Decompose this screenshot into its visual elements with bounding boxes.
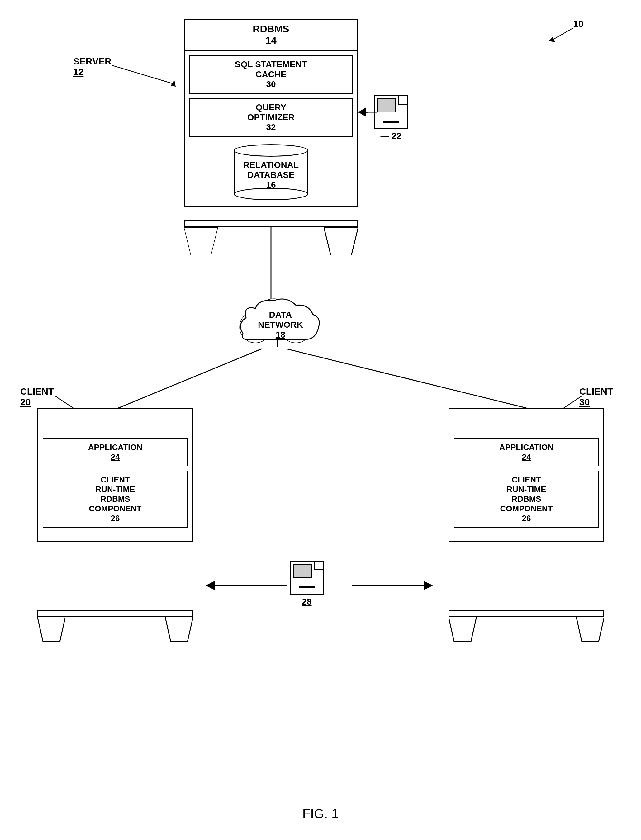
data-network: DATA NETWORK 18 xyxy=(230,293,324,350)
db-label: RELATIONAL DATABASE 16 xyxy=(243,154,299,190)
client-right-box: APPLICATION 24 CLIENT RUN-TIME RDBMS COM… xyxy=(449,408,604,542)
svg-marker-17 xyxy=(324,227,358,255)
query-optimizer-box: QUERY OPTIMIZER 32 xyxy=(189,98,353,137)
database-cylinder: RELATIONAL DATABASE 16 xyxy=(185,141,357,206)
client-left-app-box: APPLICATION 24 xyxy=(43,438,188,466)
floppy-right-arrow xyxy=(358,106,377,118)
floppy-bottom: 28 xyxy=(290,561,324,607)
ref10-arrow xyxy=(542,25,579,43)
sql-cache-box: SQL STATEMENT CACHE 30 xyxy=(189,55,353,94)
svg-line-14 xyxy=(112,65,174,84)
svg-marker-33 xyxy=(449,617,477,642)
client-left-pedestal xyxy=(37,610,193,642)
client-left-runtime-box: CLIENT RUN-TIME RDBMS COMPONENT 26 xyxy=(43,471,188,528)
svg-marker-29 xyxy=(37,617,65,642)
client-right-app-box: APPLICATION 24 xyxy=(454,438,599,466)
fig-label: FIG. 1 xyxy=(303,806,339,821)
server-pedestal xyxy=(184,220,358,255)
server-arrow xyxy=(112,65,187,90)
data-network-label: DATA NETWORK 18 xyxy=(258,310,303,340)
rdbms-title: RDBMS 14 xyxy=(185,19,357,51)
floppy-right: — 22 xyxy=(374,95,408,141)
client-left-label: CLIENT 20 xyxy=(20,386,54,407)
client-right-label: CLIENT 30 xyxy=(579,386,613,407)
client-right-runtime-box: CLIENT RUN-TIME RDBMS COMPONENT 26 xyxy=(454,471,599,528)
svg-marker-13 xyxy=(549,37,555,42)
rdbms-box: RDBMS 14 SQL STATEMENT CACHE 30 QUERY OP… xyxy=(184,19,358,208)
svg-marker-16 xyxy=(184,227,218,255)
server-label: SERVER 12 xyxy=(73,56,111,77)
svg-line-1 xyxy=(118,349,262,408)
client-right-pedestal xyxy=(449,610,604,642)
svg-marker-6 xyxy=(206,581,215,590)
svg-line-2 xyxy=(287,349,527,408)
svg-marker-30 xyxy=(165,617,193,642)
diagram: 10 SERVER 12 RDBMS 14 SQL STATEMENT CACH… xyxy=(0,0,641,840)
client-left-box: APPLICATION 24 CLIENT RUN-TIME RDBMS COM… xyxy=(37,408,193,542)
svg-line-12 xyxy=(551,28,573,40)
svg-marker-8 xyxy=(424,581,433,590)
svg-marker-34 xyxy=(576,617,604,642)
svg-marker-18 xyxy=(358,108,366,117)
